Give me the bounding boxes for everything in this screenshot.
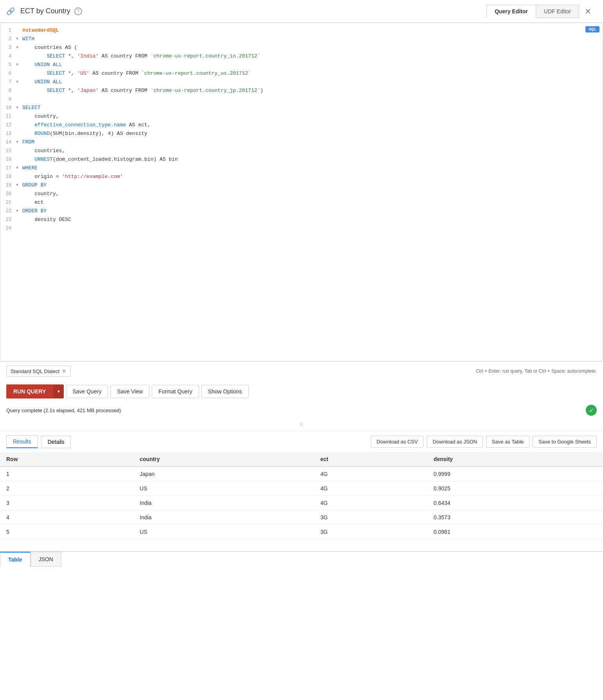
code-line: 12 effective_connection_type.name AS ect… bbox=[0, 121, 603, 129]
editor-empty-space bbox=[0, 233, 603, 358]
buttons-row: RUN QUERY ▾ Save Query Save View Format … bbox=[0, 381, 603, 402]
toolbar-area: Standard SQL Dialect ✕ Ctrl + Enter: run… bbox=[0, 361, 603, 381]
code-line: 17 ▼ WHERE bbox=[0, 164, 603, 172]
tab-results[interactable]: Results bbox=[6, 435, 38, 448]
cell-row: 5 bbox=[0, 525, 133, 539]
code-line: 4 SELECT *, 'India' AS country FROM `chr… bbox=[0, 52, 603, 61]
cell-row: 4 bbox=[0, 510, 133, 525]
code-line: 1 #standardSQL bbox=[0, 26, 603, 35]
cell-row: 3 bbox=[0, 496, 133, 510]
cell-density: 0.9999 bbox=[427, 467, 603, 481]
results-table: Row country ect density 1 Japan 4G 0.999… bbox=[0, 452, 603, 539]
col-header-country: country bbox=[133, 452, 314, 467]
code-line: 16 UNNEST(dom_content_loaded.histogram.b… bbox=[0, 155, 603, 164]
code-line: 8 SELECT *, 'Japan' AS country FROM `chr… bbox=[0, 86, 603, 95]
dialect-label: Standard SQL Dialect bbox=[11, 368, 59, 374]
sql-badge: SQL bbox=[585, 26, 599, 32]
tab-udf-editor[interactable]: UDF Editor bbox=[536, 5, 579, 18]
bottom-tab-json[interactable]: JSON bbox=[31, 552, 61, 567]
cell-ect: 4G bbox=[314, 481, 427, 496]
code-line: 9 bbox=[0, 95, 603, 104]
table-row: 4 India 3G 0.3573 bbox=[0, 510, 603, 525]
download-json-button[interactable]: Download as JSON bbox=[427, 436, 483, 448]
code-line: 10 ▼ SELECT bbox=[0, 104, 603, 112]
link-icon: 🔗 bbox=[6, 7, 15, 16]
code-line: 6 SELECT *, 'US' AS country FROM `chrome… bbox=[0, 69, 603, 78]
cell-density: 0.0981 bbox=[427, 525, 603, 539]
help-icon[interactable]: ? bbox=[74, 7, 82, 15]
cell-ect: 4G bbox=[314, 496, 427, 510]
code-line: 7 ▼ UNION ALL bbox=[0, 78, 603, 86]
code-line: 18 origin = 'http://example.com' bbox=[0, 172, 603, 181]
cell-density: 0.3573 bbox=[427, 510, 603, 525]
table-row: 3 India 4G 0.6434 bbox=[0, 496, 603, 510]
cell-density: 0.9025 bbox=[427, 481, 603, 496]
cell-ect: 3G bbox=[314, 525, 427, 539]
code-line: 14 ▼ FROM bbox=[0, 138, 603, 147]
code-line: 13 ROUND(SUM(bin.density), 4) AS density bbox=[0, 129, 603, 138]
table-row: 1 Japan 4G 0.9999 bbox=[0, 467, 603, 481]
run-query-dropdown[interactable]: ▾ bbox=[53, 385, 64, 398]
hint-text: Ctrl + Enter: run query, Tab or Ctrl + S… bbox=[476, 368, 597, 374]
cell-density: 0.6434 bbox=[427, 496, 603, 510]
col-header-density: density bbox=[427, 452, 603, 467]
status-bar: Query complete (2.1s elapsed, 421 MB pro… bbox=[0, 402, 603, 418]
code-line: 21 ect bbox=[0, 198, 603, 207]
format-query-button[interactable]: Format Query bbox=[152, 385, 199, 398]
cell-country: India bbox=[133, 496, 314, 510]
cell-country: India bbox=[133, 510, 314, 525]
close-button[interactable]: ✕ bbox=[579, 4, 597, 19]
bottom-tab-bar: Table JSON bbox=[0, 551, 603, 567]
status-text: Query complete (2.1s elapsed, 421 MB pro… bbox=[6, 407, 121, 413]
cell-country: US bbox=[133, 525, 314, 539]
status-ok-icon: ✓ bbox=[586, 405, 597, 416]
code-line: 22 ▼ ORDER BY bbox=[0, 207, 603, 215]
page-title: ECT by Country bbox=[20, 7, 70, 15]
cell-row: 2 bbox=[0, 481, 133, 496]
code-line: 5 ▼ UNION ALL bbox=[0, 61, 603, 69]
save-table-button[interactable]: Save as Table bbox=[486, 436, 529, 448]
col-header-row: Row bbox=[0, 452, 133, 467]
cell-country: US bbox=[133, 481, 314, 496]
table-row: 5 US 3G 0.0981 bbox=[0, 525, 603, 539]
results-table-container: Row country ect density 1 Japan 4G 0.999… bbox=[0, 452, 603, 547]
cell-row: 1 bbox=[0, 467, 133, 481]
code-line: 3 ▼ countries AS ( bbox=[0, 43, 603, 52]
code-editor[interactable]: SQL 1 #standardSQL 2 ▼ WITH 3 ▼ countrie… bbox=[0, 23, 603, 361]
code-line: 2 ▼ WITH bbox=[0, 35, 603, 43]
tab-query-editor[interactable]: Query Editor bbox=[486, 5, 536, 18]
app-header: 🔗 ECT by Country ? Query Editor UDF Edit… bbox=[0, 0, 603, 23]
code-line: 20 country, bbox=[0, 190, 603, 198]
code-lines: 1 #standardSQL 2 ▼ WITH 3 ▼ countries AS… bbox=[0, 23, 603, 361]
dialect-close-icon[interactable]: ✕ bbox=[62, 368, 66, 374]
table-row: 2 US 4G 0.9025 bbox=[0, 481, 603, 496]
run-query-button[interactable]: RUN QUERY ▾ bbox=[6, 384, 64, 398]
results-header: Results Details Download as CSV Download… bbox=[0, 431, 603, 452]
code-line: 19 ▼ GROUP BY bbox=[0, 181, 603, 190]
save-query-button[interactable]: Save Query bbox=[66, 385, 108, 398]
code-line: 11 country, bbox=[0, 112, 603, 121]
panel-divider: ≡ bbox=[0, 418, 603, 431]
run-query-main[interactable]: RUN QUERY bbox=[6, 384, 53, 398]
table-header-row: Row country ect density bbox=[0, 452, 603, 467]
download-csv-button[interactable]: Download as CSV bbox=[371, 436, 424, 448]
code-line: 23 density DESC bbox=[0, 215, 603, 224]
show-options-button[interactable]: Show Options bbox=[201, 385, 249, 398]
dialect-tag: Standard SQL Dialect ✕ bbox=[6, 366, 71, 377]
save-sheets-button[interactable]: Save to Google Sheets bbox=[533, 436, 597, 448]
cell-ect: 4G bbox=[314, 467, 427, 481]
header-left: 🔗 ECT by Country ? bbox=[6, 7, 82, 16]
col-header-ect: ect bbox=[314, 452, 427, 467]
bottom-tab-table[interactable]: Table bbox=[0, 552, 31, 567]
cell-ect: 3G bbox=[314, 510, 427, 525]
code-line: 15 countries, bbox=[0, 147, 603, 155]
code-line: 24 bbox=[0, 224, 603, 233]
save-view-button[interactable]: Save View bbox=[110, 385, 149, 398]
header-tabs: Query Editor UDF Editor ✕ bbox=[486, 4, 597, 19]
tab-details[interactable]: Details bbox=[41, 436, 71, 448]
cell-country: Japan bbox=[133, 467, 314, 481]
